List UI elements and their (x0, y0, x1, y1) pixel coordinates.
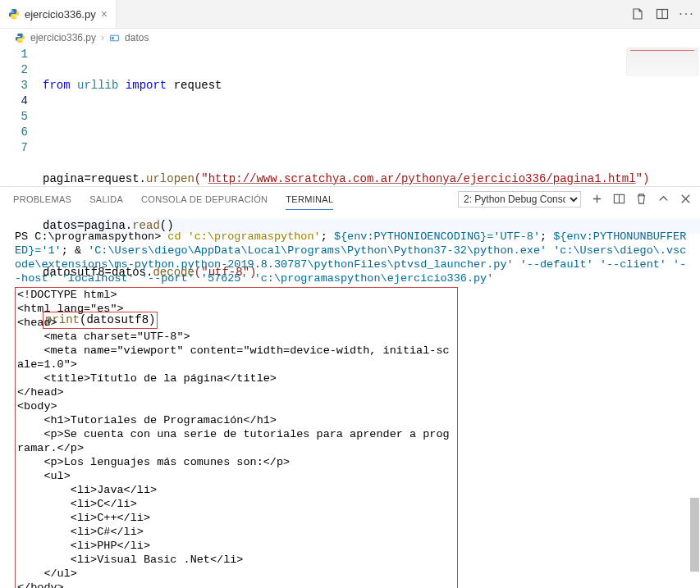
terminal-scrollbar[interactable] (689, 211, 700, 588)
tab-terminal[interactable]: TERMINAL (286, 194, 333, 210)
compare-icon[interactable] (631, 7, 644, 21)
terminal-long-command: 'C:\Users\diego\AppData\Local\Programs\P… (15, 244, 686, 285)
breadcrumb-separator: › (101, 32, 104, 43)
tabbar-actions: ··· (631, 0, 693, 28)
terminal[interactable]: PS C:\programaspython> cd 'c:\programasp… (0, 211, 700, 588)
breadcrumb[interactable]: ejercicio336.py › datos (0, 29, 700, 47)
editor-tab[interactable]: ejercicio336.py × (0, 0, 117, 28)
panel-header: PROBLEMAS SALIDA CONSOLA DE DEPURACIÓN T… (0, 186, 700, 211)
new-terminal-icon[interactable] (591, 193, 603, 205)
terminal-output-highlight: <!DOCTYPE html> <html lang="es"> <head> … (15, 287, 458, 588)
tab-close-icon[interactable]: × (101, 7, 108, 21)
more-actions-icon[interactable]: ··· (680, 7, 693, 21)
line-number-gutter: 1 2 3 4 5 6 7 (0, 47, 43, 186)
code-content[interactable]: from urllib import request pagina=reques… (43, 47, 700, 186)
tab-filename: ejercicio336.py (25, 8, 96, 21)
svg-rect-4 (111, 35, 119, 41)
python-file-icon (8, 8, 20, 20)
prompt: PS C:\programaspython> (15, 230, 167, 243)
terminal-cmd-cd: cd 'c:\programaspython' (167, 230, 320, 243)
svg-point-1 (16, 17, 16, 18)
tab-bar: ejercicio336.py × ··· (0, 0, 700, 29)
maximize-panel-icon[interactable] (657, 193, 670, 205)
minimap[interactable] (626, 48, 698, 75)
breadcrumb-file: ejercicio336.py (30, 32, 96, 43)
split-terminal-icon[interactable] (613, 193, 625, 205)
svg-rect-5 (112, 36, 113, 39)
python-file-icon (15, 33, 25, 43)
tab-problems[interactable]: PROBLEMAS (13, 194, 71, 204)
terminal-selector[interactable]: 2: Python Debug Consc (458, 191, 581, 207)
code-editor[interactable]: 1 2 3 4 5 6 7 from urllib import request… (0, 47, 700, 186)
kill-terminal-icon[interactable] (635, 193, 647, 205)
tab-debug-console[interactable]: CONSOLA DE DEPURACIÓN (141, 194, 268, 204)
close-panel-icon[interactable] (679, 193, 692, 205)
split-editor-icon[interactable] (656, 7, 669, 21)
variable-symbol-icon (109, 33, 120, 43)
svg-point-0 (11, 10, 12, 11)
tab-output[interactable]: SALIDA (89, 194, 123, 204)
breadcrumb-symbol: datos (125, 32, 149, 43)
